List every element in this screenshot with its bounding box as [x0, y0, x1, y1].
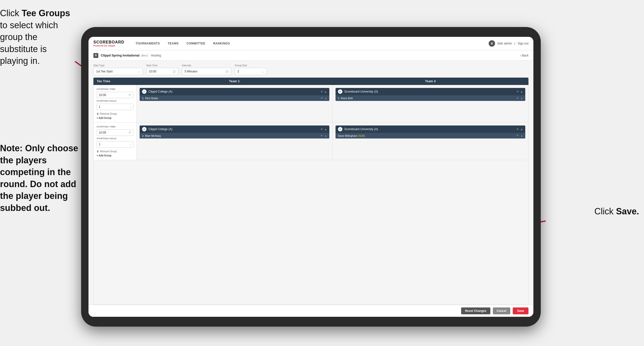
col-team1: Team 1 — [136, 78, 332, 85]
save-button[interactable]: Save — [513, 308, 528, 314]
tablet-frame: SCOREBOARD Powered by clippd TOURNAMENTS… — [81, 27, 541, 327]
starting-hole-input-2[interactable]: 1 ⌄ — [96, 141, 134, 148]
table-row: STARTING TIME: 10:05 ⏱ STARTING HOLE: 1 … — [94, 123, 528, 160]
player-sub-name: Dave Billingham — [338, 134, 358, 137]
subheader: B Clippd Spring Invitational (Men) Hosti… — [88, 50, 534, 61]
team1-actions-2: ✕ ▲ — [320, 127, 327, 131]
player-expand-1-2[interactable]: ▲ — [325, 135, 327, 137]
team1-expand-1[interactable]: ▲ — [324, 90, 327, 93]
cancel-button[interactable]: Cancel — [493, 308, 510, 314]
intervals-icon: 🕐 — [226, 70, 228, 73]
player-remove-2-2[interactable]: ✕ — [516, 134, 519, 137]
sign-out-separator: | — [514, 42, 515, 45]
back-button[interactable]: ‹ Back — [520, 54, 528, 57]
player-row: 2. Blair McHarg ✕ ▲ — [140, 133, 329, 138]
hole-chevron-2: ⌄ — [129, 143, 131, 146]
player-name-1-2: 2. Blair McHarg — [142, 134, 318, 137]
player-row: 1. Rich Butler ✕ ▲ — [140, 95, 329, 101]
team2-expand-1[interactable]: ▲ — [520, 90, 523, 93]
team2-logo-2: S — [338, 127, 342, 131]
team1-logo-2: C — [142, 127, 146, 131]
start-type-input[interactable]: 1st Tee Start ⌄ — [94, 68, 142, 75]
team2-card-header-1: S Scoreboard University (A) ✕ ▲ — [336, 88, 526, 95]
team1-remove-1[interactable]: ✕ — [320, 90, 323, 93]
hosting-label: Hosting — [151, 54, 161, 57]
table-row: STARTING TIME: 10:00 ⏱ STARTING HOLE: 1 … — [94, 85, 528, 123]
starting-time-input-2[interactable]: 10:05 ⏱ — [96, 129, 134, 136]
team1-actions-1: ✕ ▲ — [320, 90, 327, 93]
player-remove-1-2[interactable]: ✕ — [320, 134, 323, 137]
team2-name-1: Scoreboard University (A) — [344, 90, 515, 93]
starting-hole-label-1: STARTING HOLE: — [96, 100, 134, 102]
nav-tournaments[interactable]: TOURNAMENTS — [132, 37, 164, 50]
nav-logo: SCOREBOARD Powered by clippd — [94, 40, 124, 47]
team1-cell-1: C Clippd College (A) ✕ ▲ 1. Rich Butler … — [137, 85, 332, 122]
starting-hole-value-2: 1 — [99, 143, 100, 146]
team1-card-2: C Clippd College (A) ✕ ▲ 2. Blair McHarg… — [140, 125, 329, 138]
tee-time-cell-2: STARTING TIME: 10:05 ⏱ STARTING HOLE: 1 … — [94, 123, 137, 160]
group-size-input[interactable]: 2 ⌄ — [235, 68, 267, 75]
player-remove-2-1[interactable]: ✕ — [516, 96, 519, 100]
nav-rankings[interactable]: RANKINGS — [209, 37, 234, 50]
player-name-2-2: Dave Billingham (SUB) — [338, 134, 515, 137]
sub-tag: (SUB) — [358, 135, 365, 137]
reset-changes-button[interactable]: Reset Changes — [461, 308, 490, 314]
add-group-button-1[interactable]: + Add Group — [96, 117, 134, 119]
starting-hole-input-1[interactable]: 1 ⌄ — [96, 104, 134, 110]
tee-time-cell-1: STARTING TIME: 10:00 ⏱ STARTING HOLE: 1 … — [94, 85, 137, 122]
annotation-top-left: Click Tee Groups to select which group t… — [0, 7, 76, 67]
player-expand-2-2[interactable]: ▲ — [520, 135, 523, 137]
remove-group-label-2: Remove Group — [100, 150, 117, 153]
col-tee-time: Tee Time — [94, 78, 136, 85]
annotation-bottom-left: Note: Only choose the players competing … — [0, 142, 84, 214]
team1-name-2: Clippd College (A) — [148, 127, 318, 131]
player-expand-2-1[interactable]: ▲ — [520, 97, 523, 99]
hole-chevron-1: ⌄ — [129, 106, 131, 108]
starting-time-input-1[interactable]: 10:00 ⏱ — [96, 92, 134, 98]
remove-group-label-1: Remove Group — [100, 112, 117, 115]
navbar: SCOREBOARD Powered by clippd TOURNAMENTS… — [88, 37, 534, 50]
player-expand-1-1[interactable]: ▲ — [325, 97, 327, 99]
team2-actions-2: ✕ ▲ — [516, 127, 523, 131]
player-remove-1-1[interactable]: ✕ — [320, 96, 323, 100]
team2-card-1: S Scoreboard University (A) ✕ ▲ 1. Rees … — [336, 88, 526, 101]
team1-remove-2[interactable]: ✕ — [320, 127, 323, 131]
team2-card-header-2: S Scoreboard University (A) ✕ ▲ — [336, 125, 526, 133]
starting-time-value-2: 10:05 — [99, 131, 106, 134]
team2-name-2: Scoreboard University (A) — [344, 127, 515, 131]
starting-hole-label-2: STARTING HOLE: — [96, 137, 134, 140]
start-time-label: Start Time — [146, 64, 178, 67]
table-header: Tee Time Team 1 Team 2 — [94, 78, 528, 85]
team2-remove-1[interactable]: ✕ — [516, 90, 519, 93]
team2-expand-2[interactable]: ▲ — [520, 128, 523, 131]
remove-group-button-2[interactable]: 🗑 Remove Group — [96, 150, 134, 153]
team2-cell-1: S Scoreboard University (A) ✕ ▲ 1. Rees … — [332, 85, 528, 122]
team1-cell-2: C Clippd College (A) ✕ ▲ 2. Blair McHarg… — [137, 123, 332, 160]
trash-icon-2: 🗑 — [96, 150, 99, 153]
table-body: STARTING TIME: 10:00 ⏱ STARTING HOLE: 1 … — [94, 85, 528, 305]
intervals-input[interactable]: 5 Minutes 🕐 — [182, 68, 231, 75]
team2-actions-1: ✕ ▲ — [516, 90, 523, 93]
team1-name-1: Clippd College (A) — [148, 90, 318, 93]
starting-time-value-1: 10:00 — [99, 93, 106, 97]
add-group-label-2: + Add Group — [96, 154, 111, 157]
tournament-tag: (Men) — [141, 54, 148, 57]
intervals-label: Intervals — [182, 64, 231, 67]
sign-out-link[interactable]: Sign out — [518, 42, 528, 45]
user-avatar: B — [489, 40, 495, 47]
start-time-input[interactable]: 10:00 🕐 — [146, 68, 178, 75]
team1-expand-2[interactable]: ▲ — [324, 128, 327, 131]
nav-committee[interactable]: COMMITTEE — [183, 37, 210, 50]
team2-remove-2[interactable]: ✕ — [516, 127, 519, 131]
group-size-value: 2 — [238, 70, 239, 73]
annotation-bold-tee-groups: Tee Groups — [22, 8, 70, 18]
starting-hole-value-1: 1 — [99, 105, 100, 108]
start-type-value: 1st Tee Start — [96, 70, 112, 73]
nav-items: TOURNAMENTS TEAMS COMMITTEE RANKINGS — [132, 37, 489, 50]
config-row: Start Type 1st Tee Start ⌄ Start Time 10… — [88, 61, 534, 78]
add-group-button-2[interactable]: + Add Group — [96, 154, 134, 157]
team2-card-2: S Scoreboard University (A) ✕ ▲ Dave Bil… — [336, 125, 526, 138]
nav-teams[interactable]: TEAMS — [164, 37, 183, 50]
team1-logo-1: C — [142, 89, 146, 94]
remove-group-button-1[interactable]: 🗑 Remove Group — [96, 112, 134, 115]
